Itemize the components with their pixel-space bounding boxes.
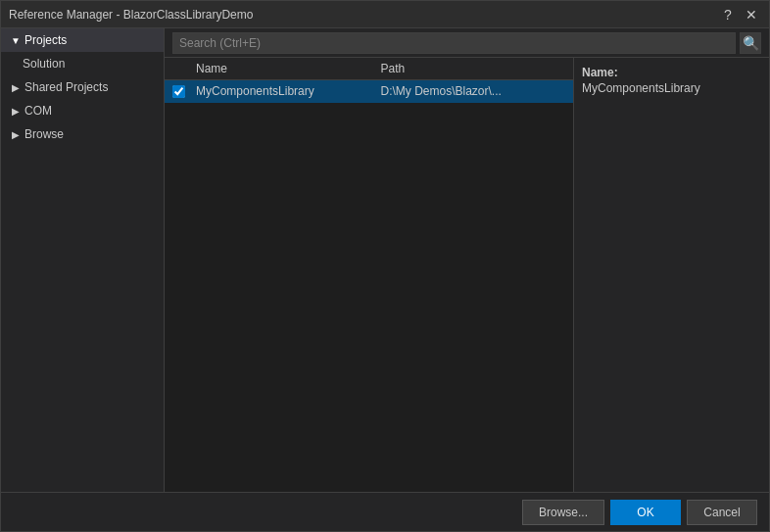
main-area: ▼ Projects Solution ▶ Shared Projects ▶ … <box>1 28 769 492</box>
row-path: D:\My Demos\Blazor\... <box>381 84 566 98</box>
splitter-area: Name Path MyComponentsLibrary D:\My Demo… <box>165 58 769 492</box>
right-panel: 🔍 Name Path <box>165 28 769 492</box>
projects-arrow: ▼ <box>9 35 23 46</box>
table-header: Name Path <box>165 58 573 80</box>
com-arrow: ▶ <box>9 106 23 117</box>
table-row[interactable]: MyComponentsLibrary D:\My Demos\Blazor\.… <box>165 80 573 103</box>
help-button[interactable]: ? <box>718 5 738 24</box>
table-body: MyComponentsLibrary D:\My Demos\Blazor\.… <box>165 80 573 492</box>
sidebar: ▼ Projects Solution ▶ Shared Projects ▶ … <box>1 28 165 492</box>
title-bar: Reference Manager - BlazorClassLibraryDe… <box>1 1 769 28</box>
sidebar-item-solution-label: Solution <box>23 57 65 71</box>
col-header-path: Path <box>381 62 566 75</box>
main-content: ▼ Projects Solution ▶ Shared Projects ▶ … <box>1 28 769 531</box>
shared-projects-arrow: ▶ <box>9 82 23 93</box>
sidebar-item-shared-projects[interactable]: ▶ Shared Projects <box>1 75 164 99</box>
row-checkbox[interactable] <box>172 85 185 98</box>
detail-panel: Name: MyComponentsLibrary <box>573 58 769 492</box>
center-panel: Name Path MyComponentsLibrary D:\My Demo… <box>165 58 573 492</box>
browse-button[interactable]: Browse... <box>522 500 604 525</box>
search-bar: 🔍 <box>165 28 769 58</box>
search-input[interactable] <box>172 32 736 54</box>
detail-name-value: MyComponentsLibrary <box>582 81 761 95</box>
sidebar-item-browse-label: Browse <box>24 127 64 141</box>
col-header-name: Name <box>196 62 381 75</box>
sidebar-item-browse[interactable]: ▶ Browse <box>1 122 164 146</box>
reference-manager-window: Reference Manager - BlazorClassLibraryDe… <box>0 0 770 532</box>
search-icon[interactable]: 🔍 <box>740 32 761 54</box>
row-name: MyComponentsLibrary <box>196 84 381 98</box>
cancel-button[interactable]: Cancel <box>687 500 757 525</box>
sidebar-item-com-label: COM <box>24 104 52 118</box>
close-button[interactable]: ✕ <box>742 5 761 24</box>
row-checkbox-cell <box>172 85 196 98</box>
ok-button[interactable]: OK <box>610 500 681 525</box>
sidebar-item-com[interactable]: ▶ COM <box>1 99 164 122</box>
title-bar-controls: ? ✕ <box>718 5 761 24</box>
detail-name-label: Name: <box>582 66 761 79</box>
window-title: Reference Manager - BlazorClassLibraryDe… <box>9 8 253 22</box>
bottom-bar: Browse... OK Cancel <box>1 492 769 531</box>
browse-arrow: ▶ <box>9 129 23 140</box>
sidebar-item-solution[interactable]: Solution <box>1 52 164 75</box>
sidebar-item-projects-label: Projects <box>24 33 67 47</box>
sidebar-item-projects[interactable]: ▼ Projects <box>1 28 164 52</box>
sidebar-item-shared-projects-label: Shared Projects <box>24 80 108 94</box>
